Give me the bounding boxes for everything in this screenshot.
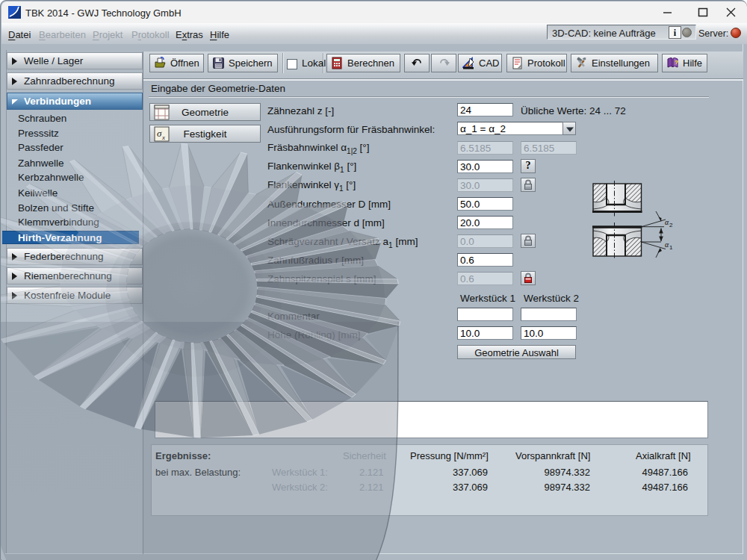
svg-text:1: 1 — [669, 244, 673, 251]
svg-text:?: ? — [675, 59, 678, 66]
svg-text:2: 2 — [669, 222, 673, 228]
